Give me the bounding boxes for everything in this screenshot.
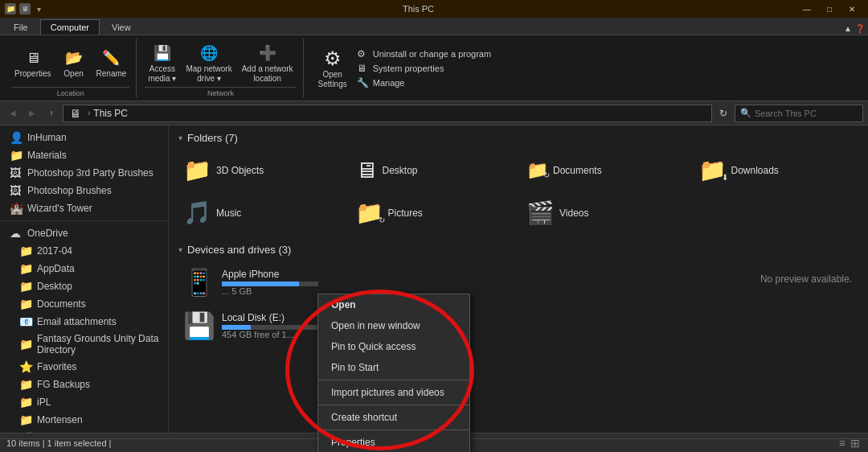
desktop-icon: 📁	[19, 280, 34, 293]
ribbon-group-location: 🖥 Properties 📂 Open ✏️ Rename Location	[5, 39, 137, 97]
app-icon-2: 🖥	[19, 3, 31, 14]
tab-computer[interactable]: Computer	[40, 19, 100, 35]
folder-desktop[interactable]: 🖥 Desktop	[350, 152, 516, 188]
folder-downloads[interactable]: 📁⬇ Downloads	[694, 152, 859, 188]
folder-3dobjects[interactable]: 📁 3D Objects	[178, 152, 344, 188]
maximize-button[interactable]: □	[818, 0, 841, 18]
tab-view[interactable]: View	[101, 19, 141, 35]
tab-file[interactable]: File	[3, 19, 39, 35]
search-icon: 🔍	[740, 108, 751, 118]
open-icon: 📂	[63, 47, 85, 69]
folder-pictures-icon: 📁↻	[355, 199, 383, 226]
sidebar-item-fgdata[interactable]: 📁 Fantasy Grounds Unity Data Directory	[0, 331, 168, 358]
ctx-properties[interactable]: Properties	[318, 432, 469, 452]
sidebar-item-2017[interactable]: 📁 2017-04	[0, 242, 168, 260]
ribbon-add-location[interactable]: ➕ Add a networklocation	[239, 40, 297, 85]
devices-toggle[interactable]: ▾	[178, 245, 182, 254]
ribbon-properties[interactable]: 🖥 Properties	[11, 45, 55, 80]
ribbon-rename[interactable]: ✏️ Rename	[93, 45, 130, 80]
sidebar-item-email[interactable]: 📧 Email attachments	[0, 313, 168, 331]
appdata-label: AppData	[37, 263, 75, 274]
sidebar-item-favorites[interactable]: ⭐ Favorites	[0, 358, 168, 376]
refresh-button[interactable]: ↻	[715, 105, 731, 121]
inhuman-icon: 👤	[10, 131, 24, 144]
uninstall-icon: ⚙	[357, 48, 370, 60]
forward-button[interactable]: ▶	[24, 105, 40, 121]
fgdata-icon: 📁	[19, 338, 34, 351]
sidebar-item-desktop[interactable]: 📁 Desktop	[0, 277, 168, 295]
ctx-pin-quick[interactable]: Pin to Quick access	[318, 336, 469, 357]
ribbon-system-props[interactable]: 🖥 System properties	[354, 62, 494, 75]
ctx-shortcut[interactable]: Create shortcut	[318, 407, 469, 428]
help-icon[interactable]: ❓	[855, 24, 865, 33]
sidebar-item-wizard[interactable]: 🏰 Wizard's Tower	[0, 199, 168, 217]
sidebar-item-music[interactable]: 🎵 Music	[0, 429, 168, 433]
psbrushes-label: Photoshop Brushes	[27, 185, 112, 196]
sidebar-item-ps3rdparty[interactable]: 🖼 Photoshop 3rd Party Brushes	[0, 164, 168, 182]
address-bar: ◀ ▶ ↑ 🖥 › This PC ↻ 🔍	[0, 101, 868, 125]
sidebar-item-mortensen[interactable]: 📁 Mortensen	[0, 411, 168, 429]
ribbon-settings-item: ⚙ OpenSettings	[312, 46, 354, 91]
onedrive-icon: ☁	[10, 227, 24, 240]
address-path[interactable]: 🖥 › This PC	[63, 105, 712, 122]
properties-icon: 🖥	[22, 47, 44, 69]
path-thispc: This PC	[93, 108, 128, 119]
quick-access: ▾	[37, 5, 41, 14]
ctx-import[interactable]: Import pictures and videos	[318, 382, 469, 403]
ribbon-system-side-items: ⚙ Uninstall or change a program 🖥 System…	[354, 47, 494, 89]
folder-music[interactable]: 🎵 Music	[178, 195, 344, 231]
ribbon-toggle[interactable]: ▲	[844, 24, 852, 33]
ps3rdparty-label: Photoshop 3rd Party Brushes	[27, 167, 154, 179]
ctx-pin-start[interactable]: Pin to Start	[318, 357, 469, 378]
folder-pictures[interactable]: 📁↻ Pictures	[350, 195, 516, 231]
drive-iphone[interactable]: 📱 Apple iPhone ... 5 GB	[178, 264, 858, 301]
properties-label: Properties	[14, 69, 51, 79]
sidebar-item-fgbackups[interactable]: 📁 FG Backups	[0, 376, 168, 393]
ribbon-uninstall[interactable]: ⚙ Uninstall or change a program	[354, 47, 494, 60]
folders-toggle[interactable]: ▾	[178, 134, 182, 142]
sidebar-item-appdata[interactable]: 📁 AppData	[0, 260, 168, 277]
system-props-icon: 🖥	[357, 63, 370, 74]
uninstall-label: Uninstall or change a program	[373, 49, 491, 59]
path-arrow: ›	[88, 109, 90, 117]
settings-label: OpenSettings	[318, 70, 347, 89]
folder-videos-icon: 🎬	[526, 199, 555, 226]
ctx-separator-1	[318, 380, 469, 380]
folder-2017-icon: 📁	[19, 244, 34, 257]
manage-label: Manage	[373, 78, 405, 88]
sidebar-item-materials[interactable]: 📁 Materials	[0, 146, 168, 164]
drive-local[interactable]: 💾 Local Disk (E:) 454 GB free of 1....	[178, 307, 858, 344]
ctx-open-new-window[interactable]: Open in new window	[318, 315, 469, 336]
settings-icon: ⚙	[321, 47, 344, 70]
close-button[interactable]: ✕	[841, 0, 863, 18]
folder-documents[interactable]: 📁↻ Documents	[522, 152, 687, 188]
documents-icon: 📁	[19, 298, 34, 310]
ribbon-tabs: File Computer View ▲ ❓	[0, 18, 868, 35]
up-button[interactable]: ↑	[43, 105, 59, 121]
folder-videos[interactable]: 🎬 Videos	[522, 195, 687, 231]
ribbon-map-drive[interactable]: 🌐 Map networkdrive ▾	[182, 40, 235, 85]
ribbon-access-media[interactable]: 💾 Accessmedia ▾	[145, 40, 179, 85]
add-location-icon: ➕	[256, 42, 279, 64]
no-preview-text: No preview available.	[760, 273, 852, 285]
sidebar-item-psbrushes[interactable]: 🖼 Photoshop Brushes	[0, 182, 168, 199]
folder-desktop-icon: 🖥	[355, 157, 378, 183]
sidebar-item-ipl[interactable]: 📁 iPL	[0, 393, 168, 411]
favorites-icon: ⭐	[19, 360, 34, 373]
map-drive-icon: 🌐	[198, 42, 220, 64]
minimize-button[interactable]: —	[796, 0, 818, 18]
ribbon-settings[interactable]: ⚙ OpenSettings	[315, 46, 350, 91]
ribbon-manage[interactable]: 🔧 Manage	[354, 76, 494, 89]
fgbackups-icon: 📁	[19, 378, 34, 391]
iphone-size: ... 5 GB	[222, 286, 854, 296]
iphone-info: Apple iPhone ... 5 GB	[222, 269, 854, 296]
documents-label: Documents	[37, 298, 86, 310]
sidebar-item-onedrive[interactable]: ☁ OneDrive	[0, 224, 168, 242]
sidebar-item-documents[interactable]: 📁 Documents	[0, 295, 168, 313]
sidebar-divider-1	[0, 220, 168, 221]
ctx-open[interactable]: Open	[318, 294, 469, 315]
search-input[interactable]	[755, 109, 858, 118]
ribbon-open[interactable]: 📂 Open	[58, 45, 90, 80]
sidebar-item-inhuman[interactable]: 👤 InHuman	[0, 129, 168, 146]
back-button[interactable]: ◀	[5, 105, 21, 121]
